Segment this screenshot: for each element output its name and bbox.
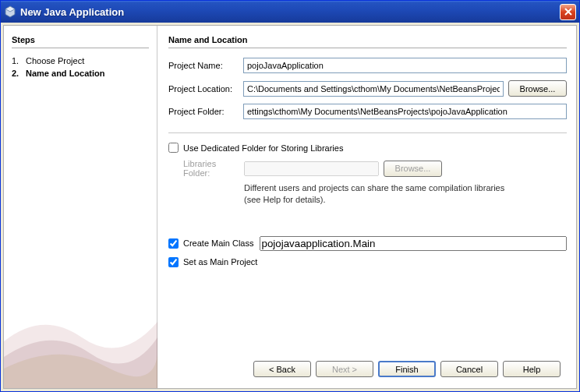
libraries-hint: Different users and projects can share t… [244,182,509,207]
create-main-class-row: Create Main Class [168,236,567,251]
close-button[interactable] [560,4,576,20]
project-folder-label: Project Folder: [168,107,243,116]
steps-sidebar: Steps 1.Choose Project 2.Name and Locati… [4,26,157,388]
cancel-button[interactable]: Cancel [440,361,498,377]
project-location-row: Project Location: Browse... [168,80,567,97]
sidebar-decoration [4,295,157,388]
project-name-label: Project Name: [168,61,243,70]
libraries-folder-input [244,161,379,176]
dedicated-folder-label[interactable]: Use Dedicated Folder for Storing Librari… [183,143,343,153]
project-name-row: Project Name: [168,58,567,73]
separator [168,132,567,133]
project-folder-row: Project Folder: [168,104,567,119]
browse-location-button[interactable]: Browse... [508,80,567,97]
libraries-folder-row: Libraries Folder: Browse... [183,159,567,178]
main-panel: Name and Location Project Name: Project … [157,26,576,388]
main-class-input[interactable] [260,236,567,251]
set-main-project-checkbox[interactable] [168,257,179,267]
steps-heading: Steps [12,35,149,48]
libraries-folder-label: Libraries Folder: [183,159,244,178]
next-button: Next > [316,361,373,377]
steps-list: 1.Choose Project 2.Name and Location [12,55,149,79]
create-main-class-checkbox[interactable] [168,238,179,249]
back-button[interactable]: < Back [253,361,311,377]
project-location-input[interactable] [243,81,504,97]
main-heading: Name and Location [168,35,567,48]
button-bar: < Back Next > Finish Cancel Help [168,355,567,383]
finish-button[interactable]: Finish [378,361,436,377]
dedicated-folder-checkbox[interactable] [168,143,179,153]
wizard-dialog: New Java Application Steps 1.Choose Proj… [0,0,580,392]
content-area: Steps 1.Choose Project 2.Name and Locati… [3,25,577,389]
create-main-class-label[interactable]: Create Main Class [183,238,253,248]
dedicated-folder-row: Use Dedicated Folder for Storing Librari… [168,143,567,153]
titlebar[interactable]: New Java Application [1,1,579,23]
step-item: 2.Name and Location [12,67,149,79]
app-icon [4,5,16,18]
project-name-input[interactable] [243,58,567,73]
project-folder-input [243,104,567,119]
project-location-label: Project Location: [168,84,243,94]
help-button[interactable]: Help [503,361,561,377]
window-title: New Java Application [20,6,560,18]
set-main-project-row: Set as Main Project [168,257,567,267]
step-item: 1.Choose Project [12,55,149,67]
set-main-project-label[interactable]: Set as Main Project [183,257,257,267]
browse-libraries-button: Browse... [384,161,442,177]
